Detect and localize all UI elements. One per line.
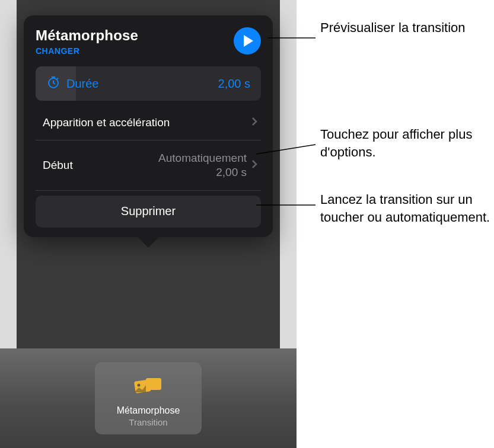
timeline-strip: Métamorphose Transition xyxy=(0,348,297,448)
play-icon xyxy=(244,35,253,47)
stage-edge-left xyxy=(0,0,17,348)
svg-point-3 xyxy=(138,383,141,386)
start-label: Début xyxy=(43,159,73,172)
chevron-right-icon xyxy=(251,159,257,171)
header-text-group: Métamorphose CHANGER xyxy=(36,27,138,56)
preview-play-button[interactable] xyxy=(234,27,261,55)
callout-more-options: Touchez pour afficher plus d'options. xyxy=(320,126,494,161)
delete-label: Supprimer xyxy=(121,204,176,218)
delete-transition-button[interactable]: Supprimer xyxy=(36,196,261,228)
popover-header: Métamorphose CHANGER xyxy=(36,27,261,56)
duration-label: Durée xyxy=(66,77,98,91)
duration-left: Durée xyxy=(46,75,98,92)
transition-name-title: Métamorphose xyxy=(36,27,138,44)
start-value-line2: 2,00 s xyxy=(216,166,247,178)
chip-subtitle: Transition xyxy=(129,417,167,427)
change-transition-link[interactable]: CHANGER xyxy=(36,46,138,56)
start-row[interactable]: Début Automatiquement 2,00 s xyxy=(36,140,261,191)
appearance-label: Apparition et accélération xyxy=(43,116,170,129)
duration-slider-row[interactable]: Durée 2,00 s xyxy=(36,66,261,101)
chevron-right-icon xyxy=(251,117,257,129)
start-value-line1: Automatiquement xyxy=(158,152,247,164)
appearance-acceleration-row[interactable]: Apparition et accélération xyxy=(36,105,261,140)
transition-popover: Métamorphose CHANGER xyxy=(24,15,273,237)
duration-content: Durée 2,00 s xyxy=(36,75,261,92)
editor-stage: Métamorphose CHANGER xyxy=(0,0,297,448)
chip-title: Métamorphose xyxy=(117,405,180,416)
timer-icon xyxy=(46,75,60,92)
callout-preview: Prévisualiser la transition xyxy=(320,19,494,37)
duration-value: 2,00 s xyxy=(218,77,250,91)
callout-start-mode: Lancez la transition sur un toucher ou a… xyxy=(320,191,494,226)
svg-rect-2 xyxy=(146,378,161,390)
callouts-panel: Prévisualiser la transition Touchez pour… xyxy=(297,0,494,448)
start-value: Automatiquement 2,00 s xyxy=(158,151,247,180)
transition-chip[interactable]: Métamorphose Transition xyxy=(95,362,202,434)
slides-icon xyxy=(132,375,165,401)
stage-edge-right xyxy=(280,0,297,348)
